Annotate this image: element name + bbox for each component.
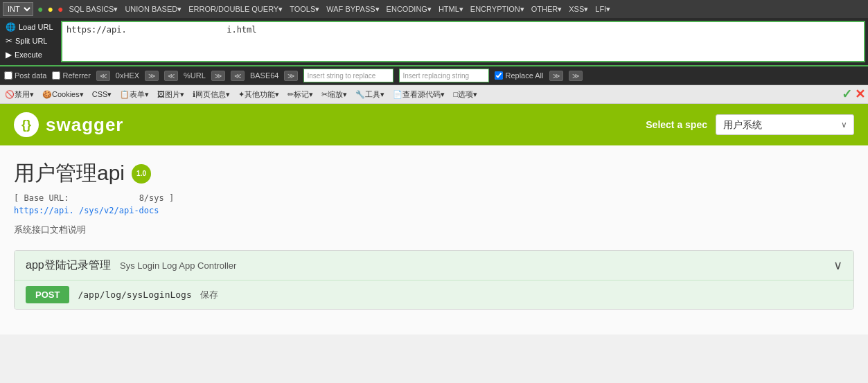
menu-encoding[interactable]: ENCODING▾	[385, 5, 433, 14]
api-docs-link[interactable]: https://api. /sys/v2/api-docs	[14, 206, 159, 215]
split-url-icon: ✂	[6, 36, 12, 46]
controller-section-0: app登陆记录管理 Sys Login Log App Controller ∨…	[14, 250, 854, 310]
select-spec-label: Select a spec	[646, 119, 707, 130]
base64-label: BASE64	[250, 71, 279, 80]
menu-union-based[interactable]: UNION BASED▾	[123, 5, 183, 14]
toolbar-cookies[interactable]: 🍪Cookies▾	[40, 89, 86, 100]
load-url-icon: 🌐	[6, 22, 16, 32]
toolbar-forms[interactable]: 📋表单▾	[118, 89, 151, 100]
referrer-option[interactable]: Referrer	[52, 71, 90, 80]
left-arrow-base64[interactable]: ≪	[231, 71, 245, 81]
url-bar-row: 🌐 Load URL ✂ Split URL ▶ Execute https:/…	[0, 18, 868, 66]
replace-all-checkbox[interactable]	[495, 71, 503, 80]
menu-xss[interactable]: XSS▾	[567, 5, 590, 14]
toolbar-view-source[interactable]: 📄查看源代码▾	[391, 89, 447, 100]
swagger-title: swagger	[46, 114, 124, 136]
toolbar-disable[interactable]: 🚫禁用▾	[3, 89, 36, 100]
replace-left-arrow[interactable]: ≫	[549, 71, 563, 81]
controller-title-group: app登陆记录管理 Sys Login Log App Controller	[26, 258, 236, 273]
menu-sql-basics[interactable]: SQL BASICS▾	[67, 5, 119, 14]
right-arrow-url[interactable]: ≫	[211, 71, 225, 81]
menu-waf-bypass[interactable]: WAF BYPASS▾	[325, 5, 380, 14]
dot-yellow-icon: ●	[47, 3, 53, 15]
chevron-down-icon: ∨	[833, 258, 842, 273]
controller-subtitle-0: Sys Login Log App Controller	[120, 260, 236, 271]
dot-green-icon: ●	[37, 3, 43, 15]
insert-string-input[interactable]	[303, 69, 393, 82]
right-arrow-hex[interactable]: ≫	[145, 71, 159, 81]
swagger-logo: {}	[14, 112, 39, 137]
controller-title-0: app登陆记录管理	[26, 259, 111, 271]
check-icon[interactable]: ✓	[842, 87, 852, 102]
top-toolbar: INT ● ● ● SQL BASICS▾ UNION BASED▾ ERROR…	[0, 0, 868, 18]
load-url-button[interactable]: 🌐 Load URL	[3, 21, 58, 33]
menu-html[interactable]: HTML▾	[437, 5, 465, 14]
version-badge: 1.0	[132, 164, 151, 184]
dot-red-icon: ●	[57, 3, 63, 15]
toolbar-page-info[interactable]: ℹ网页信息▾	[191, 89, 232, 100]
toolbar-options[interactable]: □选项▾	[451, 89, 479, 100]
bottom-toolbar: 🚫禁用▾ 🍪Cookies▾ CSS▾ 📋表单▾ 🖼图片▾ ℹ网页信息▾ ✦其他…	[0, 85, 868, 104]
toolbar-tools[interactable]: 🔧工具▾	[353, 89, 387, 100]
endpoint-desc-0: 保存	[200, 289, 218, 301]
swagger-header: {} swagger Select a spec 用户系统	[0, 104, 868, 145]
left-arrow-url[interactable]: ≪	[164, 71, 178, 81]
api-description: 系统接口文档说明	[14, 224, 854, 236]
swagger-brand: {} swagger	[14, 112, 124, 137]
hex-label: 0xHEX	[116, 71, 139, 80]
menu-error-double[interactable]: ERROR/DOUBLE QUERY▾	[187, 5, 284, 14]
x-icon[interactable]: ✕	[855, 87, 865, 102]
referrer-checkbox[interactable]	[52, 71, 60, 80]
endpoint-path-0: /app/log/sysLoginLogs	[78, 290, 191, 300]
url-label: %URL	[184, 71, 206, 80]
post-data-option[interactable]: Post data	[4, 71, 46, 80]
options-row: Post data Referrer ≪ 0xHEX ≫ ≪ %URL ≫ ≪ …	[0, 66, 868, 85]
right-arrow-base64[interactable]: ≫	[284, 71, 298, 81]
method-badge-post[interactable]: POST	[26, 286, 69, 303]
api-title: 用户管理api	[14, 159, 125, 188]
swagger-right: Select a spec 用户系统	[646, 114, 854, 135]
toolbar-other-functions[interactable]: ✦其他功能▾	[236, 89, 281, 100]
menu-tools[interactable]: TOOLS▾	[288, 5, 321, 14]
execute-button[interactable]: ▶ Execute	[3, 48, 58, 61]
status-icons: ✓ ✕	[842, 87, 865, 102]
int-select[interactable]: INT	[3, 2, 33, 16]
left-arrow-hex[interactable]: ≪	[96, 71, 110, 81]
insert-replacing-input[interactable]	[399, 69, 489, 82]
split-url-button[interactable]: ✂ Split URL	[3, 35, 58, 47]
main-content: 用户管理api 1.0 [ Base URL: 8/sys ] https://…	[0, 145, 868, 335]
menu-lfi[interactable]: LFI▾	[594, 5, 612, 14]
replace-all-option[interactable]: Replace All	[495, 71, 543, 80]
url-actions: 🌐 Load URL ✂ Split URL ▶ Execute	[3, 21, 58, 62]
toolbar-images[interactable]: 🖼图片▾	[155, 89, 186, 100]
toolbar-zoom[interactable]: ✂缩放▾	[319, 89, 349, 100]
toolbar-mark[interactable]: ✏标记▾	[285, 89, 315, 100]
menu-other[interactable]: OTHER▾	[530, 5, 564, 14]
url-input[interactable]: https://api. i.html	[61, 21, 865, 62]
spec-select[interactable]: 用户系统	[716, 114, 854, 135]
spec-select-wrapper: 用户系统	[716, 114, 854, 135]
api-title-row: 用户管理api 1.0	[14, 159, 854, 188]
menu-encryption[interactable]: ENCRYPTION▾	[469, 5, 526, 14]
post-data-checkbox[interactable]	[4, 71, 12, 80]
base-url-row: [ Base URL: 8/sys ]	[14, 193, 854, 203]
controller-header-0[interactable]: app登陆记录管理 Sys Login Log App Controller ∨	[15, 251, 853, 280]
toolbar-css[interactable]: CSS▾	[90, 89, 114, 100]
execute-icon: ▶	[6, 50, 12, 60]
endpoint-row-0: POST /app/log/sysLoginLogs 保存	[15, 280, 853, 309]
replace-right-arrow[interactable]: ≫	[569, 71, 583, 81]
